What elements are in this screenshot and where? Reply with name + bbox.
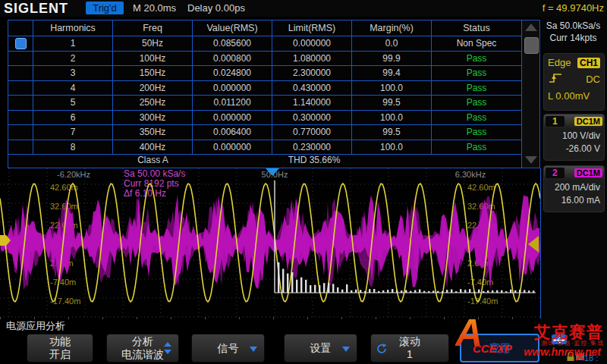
fft-freq-label-left: -6.20kHz [39,170,108,179]
fft-scale-label: 2.60m [50,259,74,268]
button-label: 滚动 [399,335,420,348]
fft-scale-label: 32.60m [50,202,78,211]
table-row[interactable]: 6 300Hz 0.000000 0.300000 100.0 Pass [8,111,539,126]
fft-scale-label: 12.60m [467,240,495,249]
fft-scale-label: 22.60m [467,221,495,230]
fft-scale-label: -7.40m [467,278,493,287]
channel1-scale: 100 V/div [544,128,604,141]
header-margin: Margin(%) [352,20,432,36]
cell-limit: 0.230000 [272,140,352,155]
trigger-level: L 0.00mV [548,90,600,102]
table-row[interactable]: 5 250Hz 0.011200 1.140000 99.5 Pass [8,96,539,111]
row-select-cell[interactable] [8,125,33,140]
row-select-cell[interactable] [8,81,33,96]
cell-harmonic: 7 [33,125,113,140]
cell-value: 0.000000 [193,140,272,155]
acquisition-info: Sa 50.0kSa/s Curr 14kpts [541,20,605,44]
menu-button-apply[interactable]: 应用 [460,334,539,362]
fft-resolution: Δf 6.10 Hz [124,189,185,199]
cell-harmonic: 1 [33,36,113,51]
table-header-row: Harmonics Freq Value(RMS) Limit(RMS) Mar… [8,20,539,36]
channel2-coupling-badge: DC1M [574,168,602,177]
cell-limit: 2.300000 [272,66,352,80]
fft-scale-label: 42.60m [467,183,495,192]
channel2-number: 2 [546,168,565,178]
menu-button-signal[interactable]: 信号 [191,334,265,362]
header-value: Value(RMS) [193,20,272,36]
table-row[interactable]: 4 200Hz 0.000000 0.430000 100.0 Pass [8,81,539,96]
button-label: 信号 [218,342,239,355]
menu-button-scroll[interactable]: 滚动 1 [370,334,449,362]
thd-readout: THD 35.66% [272,155,356,165]
channel1-number: 1 [546,116,565,127]
cell-margin: 99.4 [352,66,432,80]
timebase-readout[interactable]: M 20.0ms [133,2,176,14]
table-footer: Class A THD 35.66% [8,153,521,168]
row-select-cell[interactable] [8,66,33,80]
cell-status: Non Spec [432,36,521,51]
row-select-cell[interactable] [8,36,33,51]
channel2-offset: 16.00 mA [544,193,604,206]
trigger-info-box[interactable]: Edge CH1 DC L 0.00mV [543,53,605,111]
table-row[interactable]: 1 50Hz 0.085600 0.000000 0.0 Non Spec [8,36,539,52]
button-label: 设置 [310,342,332,355]
lock-icon [566,351,575,364]
table-row[interactable]: 2 100Hz 0.000800 1.080000 99.9 Pass [8,52,539,67]
cell-margin: 100.0 [352,140,432,155]
cell-value: 0.024800 [193,66,272,80]
cell-freq: 100Hz [113,52,193,66]
channel1-info-box[interactable]: 1 DC1M 100 V/div -26.00 V [543,114,605,161]
button-label: 分析 [132,335,153,348]
button-sublabel: 开启 [49,348,71,361]
fft-scale-label: -17.40m [50,297,80,306]
memory-depth: Curr 14kpts [541,32,605,44]
button-sublabel: 1 [407,348,413,361]
cell-status: Pass [432,96,521,110]
button-sublabel: 电流谐波 [121,348,164,361]
cell-harmonic: 2 [33,52,113,66]
header-harmonics: Harmonics [33,20,113,36]
cell-freq: 400Hz [113,140,193,155]
table-row[interactable]: 7 350Hz 0.006400 0.770000 99.5 Pass [8,125,539,140]
menu-button-settings[interactable]: 设置 [284,334,357,362]
delay-readout[interactable]: Delay 0.00ps [187,2,245,14]
row-select-cell[interactable] [8,52,33,66]
fft-acquisition-overlay: Sa 50.00 kSa/s Curr 8192 pts Δf 6.10 Hz [124,169,185,199]
channel2-info-box[interactable]: 2 DC1M 200 mA/div 16.00 mA [543,165,605,212]
cell-limit: 1.080000 [272,52,352,66]
menu-button-function[interactable]: 功能 开启 [27,334,93,362]
cell-limit: 0.770000 [272,125,352,140]
cell-margin: 99.5 [352,125,432,140]
arrow-down-icon [250,347,257,352]
table-row[interactable]: 3 150Hz 0.024800 2.300000 99.4 Pass [8,66,539,81]
right-status-panel: Sa 50.0kSa/s Curr 14kpts Edge CH1 DC L 0… [541,17,607,364]
edge-rising-icon [548,72,563,86]
cell-margin: 100.0 [352,81,432,96]
cell-status: Pass [432,140,521,155]
header-status: Status [432,20,521,36]
cell-freq: 250Hz [113,96,193,110]
cell-freq: 200Hz [113,81,193,96]
cell-freq: 300Hz [113,111,193,125]
scrollbar-thumb[interactable] [524,37,539,54]
waveform-display-area[interactable]: -6.20kHz 50.0Hz 6.30kHz 42.60m42.60m32.6… [0,168,541,318]
cell-value: 0.085600 [193,36,272,51]
harmonics-table: Harmonics Freq Value(RMS) Limit(RMS) Mar… [8,20,540,168]
fft-scale-label: 32.60m [467,202,495,211]
fft-scale-label: 2.60m [467,259,491,268]
cell-margin: 100.0 [352,111,432,125]
selected-indicator [15,38,27,49]
cell-limit: 0.300000 [272,111,352,125]
scroll-down-icon[interactable] [525,156,537,164]
row-select-cell[interactable] [8,96,33,110]
class-label: Class A [113,155,193,165]
row-select-cell[interactable] [8,140,33,155]
cell-value: 0.006400 [193,125,272,140]
fft-scale-label: -7.40m [50,278,76,287]
scroll-up-icon[interactable] [525,24,537,31]
cell-harmonic: 6 [33,111,113,125]
menu-button-analysis[interactable]: 分析 电流谐波 [106,334,179,362]
table-scrollbar[interactable] [521,20,539,168]
cell-value: 0.000000 [193,111,272,125]
row-select-cell[interactable] [8,111,33,125]
